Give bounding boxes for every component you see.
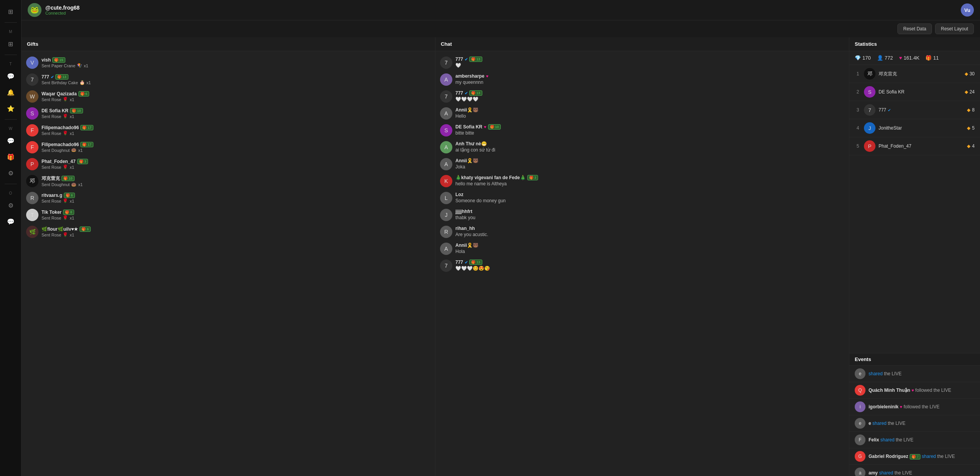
reset-data-button[interactable]: Reset Data [897, 23, 932, 34]
gift-avatar-letter: T [31, 212, 34, 218]
chat-badge: 🎁 13 [469, 90, 482, 96]
chat-avatar-letter: 7 [445, 263, 448, 269]
chat-username: Loz [455, 192, 844, 197]
gift-item: S DE Sofia KR 🎁 10 Sent Rose 🌹 x1 [22, 105, 435, 122]
gift-avatar: F [26, 124, 38, 136]
event-action: followed [904, 404, 920, 409]
gift-badge: 🎁 3 [77, 159, 88, 164]
sidebar-label-w: W [9, 126, 12, 131]
diamond-icon: 💎 [855, 55, 861, 61]
event-heart-icon: ♥ [900, 404, 902, 409]
chat-avatar-letter: A [444, 77, 448, 83]
gift-action: Sent Rose 🌹 x1 [42, 215, 430, 220]
chat-avatar-letter: A [444, 161, 448, 167]
lb-avatar: 邓 [864, 68, 875, 80]
gift-item: 7 777 ✔ 🎁 13 Sent Birthday Cake 🎂 x1 [22, 71, 435, 88]
sidebar-icon-notifications[interactable]: 🔔 [4, 85, 18, 99]
sidebar-icon-dashboard[interactable]: ⊞ [4, 37, 18, 51]
gift-username: Filipemachado96 🎁 17 [42, 142, 430, 147]
lb-score: ◆ 30 [965, 71, 975, 77]
lb-score: ◆ 5 [967, 125, 975, 131]
gift-info: Tik Toker 🎁 8 Sent Rose 🌹 x1 [42, 210, 430, 220]
gift-item: 邓 邓克雷克 🎁 10 Sent Doughnut 🍩 x1 [22, 173, 435, 190]
heart-icon: ♥ [484, 125, 487, 129]
gift-avatar-letter: F [31, 127, 34, 133]
sidebar-icon-settings[interactable]: ⚙ [4, 166, 18, 180]
event-item: F Felix shared the LIVE [849, 432, 980, 448]
lb-username: DE Sofia KR [879, 89, 962, 95]
sidebar-grid-icon[interactable]: ⊞ [4, 5, 18, 18]
chat-avatar: A [440, 73, 452, 86]
reset-layout-button[interactable]: Reset Layout [935, 23, 974, 34]
user-avatar[interactable]: Vu [961, 3, 974, 17]
event-username: igorbieleninik [869, 404, 899, 409]
gift-username: DE Sofia KR 🎁 10 [42, 108, 430, 113]
score-diamond-icon: ◆ [965, 89, 968, 95]
chat-message: Hello [455, 113, 844, 119]
gift-username: 777 ✔ 🎁 13 [42, 74, 430, 80]
gift-username: Tik Toker 🎁 8 [42, 210, 430, 215]
event-action: shared [879, 470, 893, 476]
event-item: a amy shared the LIVE [849, 465, 980, 476]
gift-avatar: P [26, 158, 38, 170]
chat-username: Annii🎗️🐻 [455, 107, 844, 113]
chat-avatar-letter: A [444, 110, 448, 117]
event-text: amy shared the LIVE [869, 470, 912, 476]
gift-avatar: S [26, 107, 38, 120]
leaderboard-item: 4 J JonitheStar ◆ 5 [849, 119, 980, 137]
chat-item: R rihan_hh Are you acustic. [435, 223, 849, 240]
header-right: Vu [961, 3, 974, 17]
sidebar-icon-support[interactable]: 💬 [4, 215, 18, 228]
chat-item: 7 777 ✔ 🎁 13 🤍 [435, 54, 849, 71]
chat-username: 777 ✔ 🎁 13 [455, 260, 844, 265]
chat-avatar-letter: S [444, 127, 448, 133]
rank-number: 2 [855, 89, 861, 95]
gift-username: ritvaars.g 🎁 6 [42, 193, 430, 198]
score-diamond-icon: ◆ [967, 143, 970, 149]
chat-item: A Annii🎗️🐻 Joka [435, 156, 849, 173]
verified-icon: ✔ [51, 75, 54, 79]
sidebar-icon-messages[interactable]: 💬 [4, 134, 18, 148]
verified-icon: ✔ [888, 108, 891, 112]
sidebar-icon-chat[interactable]: 💬 [4, 69, 18, 83]
gift-badge: 🎁 15 [52, 57, 65, 63]
gift-item: 🌿 🌿flour🌿uilv♥★ 🎁 6 Sent Rose 🌹 x1 [22, 223, 435, 240]
gift-info: Waqar Qazizada 🎁 6 Sent Rose 🌹 x1 [42, 91, 430, 102]
chat-username: 777 ✔ 🎁 13 [455, 90, 844, 96]
sidebar-divider-3 [5, 119, 17, 120]
event-text: e shared the LIVE [869, 421, 905, 426]
lb-avatar: 7 [864, 104, 875, 116]
chat-panel-body: 7 777 ✔ 🎁 13 🤍 A ambersharpe ♥ my queenn… [435, 51, 849, 476]
sidebar-icon-star[interactable]: ⭐ [4, 102, 18, 115]
gift-item: F Filipemachado96 🎁 17 Sent Doughnut 🍩 x… [22, 139, 435, 156]
rank-number: 3 [855, 107, 861, 113]
event-item: e shared the LIVE [849, 366, 980, 382]
gift-badge: 🎁 17 [80, 125, 93, 130]
chat-badge: 🎁 13 [469, 260, 482, 265]
rank-number: 5 [855, 143, 861, 149]
chat-message: Someone do money gun [455, 198, 844, 203]
gifts-panel: Gifts V vish 🎁 15 Sent Paper Crane 🪁 x1 … [22, 37, 435, 476]
sidebar-icon-gifts[interactable]: 🎁 [4, 150, 18, 164]
chat-content: Annii🎗️🐻 Joka [455, 158, 844, 170]
chat-avatar: 7 [440, 90, 452, 103]
chat-avatar-letter: J [445, 212, 448, 218]
chat-message: bitte bitte [455, 130, 844, 136]
gift-badge: 🎁 13 [55, 74, 68, 80]
chat-username: Annii🎗️🐻 [455, 158, 844, 163]
event-text: Gabriel Rodriguez 🎁 7 shared the LIVE [869, 454, 955, 459]
viewers-icon: 👤 [877, 55, 883, 61]
gift-username: Waqar Qazizada 🎁 6 [42, 91, 430, 97]
event-username: e [869, 421, 871, 426]
toolbar: Reset Data Reset Layout [22, 20, 980, 37]
gift-action: Sent Rose 🌹 x1 [42, 165, 430, 170]
event-username: Gabriel Rodriguez [869, 454, 908, 459]
gift-badge: 🎁 6 [80, 226, 91, 232]
viewers-value: 772 [885, 55, 893, 61]
gift-item: T Tik Toker 🎁 8 Sent Rose 🌹 x1 [22, 206, 435, 223]
event-item: G Gabriel Rodriguez 🎁 7 shared the LIVE [849, 448, 980, 465]
sidebar-icon-config[interactable]: ⚙ [4, 198, 18, 212]
gift-avatar-letter: F [31, 144, 34, 150]
chat-item: S DE Sofia KR ♥ 🎁 10 bitte bitte [435, 122, 849, 139]
lb-username: Phat_Foden_47 [879, 143, 964, 149]
